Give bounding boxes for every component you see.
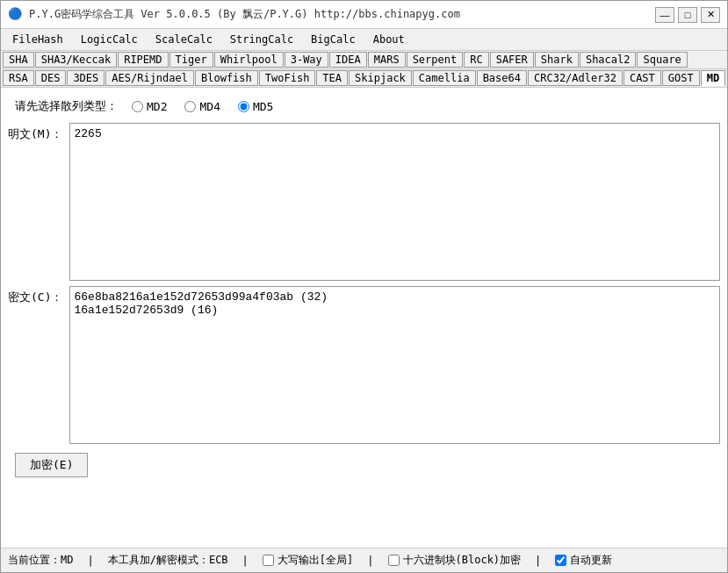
radio-md2[interactable]: MD2 xyxy=(132,100,167,113)
tab-shacal2[interactable]: Shacal2 xyxy=(580,52,637,68)
hash-type-label: 请先选择散列类型： xyxy=(15,98,118,114)
menu-filehash[interactable]: FileHash xyxy=(4,31,71,48)
radio-md4[interactable]: MD4 xyxy=(184,100,220,113)
menu-bigcalc[interactable]: BigCalc xyxy=(303,31,364,48)
tab-rc[interactable]: RC xyxy=(464,52,488,68)
plaintext-input[interactable]: 2265 xyxy=(69,123,720,281)
autoupdate-label: 自动更新 xyxy=(570,553,612,568)
tab-shark[interactable]: Shark xyxy=(535,52,579,68)
button-row: 加密(E) xyxy=(8,449,720,481)
menu-bar: FileHash LogicCalc ScaleCalc StringCalc … xyxy=(1,29,727,51)
menu-stringcalc[interactable]: StringCalc xyxy=(222,31,301,48)
autoupdate-checkbox-label[interactable]: 自动更新 xyxy=(555,553,612,568)
radio-md2-input[interactable] xyxy=(132,101,143,112)
app-icon: 🔵 xyxy=(8,7,24,23)
minimize-button[interactable]: — xyxy=(655,7,674,23)
tab-blowfish[interactable]: Blowfish xyxy=(195,70,258,86)
uppercase-checkbox[interactable] xyxy=(263,555,274,566)
encrypt-button[interactable]: 加密(E) xyxy=(15,453,88,477)
radio-md5[interactable]: MD5 xyxy=(238,100,273,113)
tab-sha3[interactable]: SHA3/Keccak xyxy=(35,52,117,68)
menu-scalecalc[interactable]: ScaleCalc xyxy=(148,31,220,48)
plaintext-label: 明文(M)： xyxy=(8,123,62,142)
status-sep2: | xyxy=(242,555,249,567)
tab-base64[interactable]: Base64 xyxy=(477,70,527,86)
title-bar-controls: — □ ✕ xyxy=(655,7,720,23)
tab-ripemd[interactable]: RIPEMD xyxy=(118,52,168,68)
hexblock-checkbox-label[interactable]: 十六进制块(Block)加密 xyxy=(388,553,522,568)
tab-sha[interactable]: SHA xyxy=(3,52,34,68)
tab-md[interactable]: MD xyxy=(701,70,725,86)
status-sep3: | xyxy=(367,555,373,567)
tab-3des[interactable]: 3DES xyxy=(67,70,105,86)
tab-whirlpool[interactable]: Whirlpool xyxy=(214,52,284,68)
status-sep1: | xyxy=(87,555,93,567)
tab-des[interactable]: DES xyxy=(35,70,67,86)
tab-rsa[interactable]: RSA xyxy=(3,70,34,86)
ciphertext-row: 密文(C)： 66e8ba8216a1e152d72653d99a4f03ab … xyxy=(8,286,720,444)
maximize-button[interactable]: □ xyxy=(678,7,697,23)
autoupdate-checkbox[interactable] xyxy=(555,555,566,566)
close-button[interactable]: ✕ xyxy=(701,7,720,23)
tab-cast[interactable]: CAST xyxy=(623,70,661,86)
tab-row-2: RSA DES 3DES AES/Rijndael Blowfish TwoFi… xyxy=(1,69,727,88)
hexblock-label: 十六进制块(Block)加密 xyxy=(403,553,522,568)
ciphertext-label: 密文(C)： xyxy=(8,286,62,305)
title-bar: 🔵 P.Y.G密码学综合工具 Ver 5.0.0.5 (By 飘云/P.Y.G)… xyxy=(1,1,727,29)
tab-crc32[interactable]: CRC32/Adler32 xyxy=(528,70,623,86)
hash-type-row: 请先选择散列类型： MD2 MD4 MD5 xyxy=(8,95,720,118)
radio-md4-input[interactable] xyxy=(184,101,196,112)
radio-md5-input[interactable] xyxy=(238,101,249,112)
hash-radio-group: MD2 MD4 MD5 xyxy=(132,100,273,113)
status-mode: 本工具加/解密模式：ECB xyxy=(108,553,228,568)
status-sep4: | xyxy=(535,555,541,567)
tab-3way[interactable]: 3-Way xyxy=(285,52,328,68)
tab-tiger[interactable]: Tiger xyxy=(169,52,213,68)
content-area: 请先选择散列类型： MD2 MD4 MD5 明文(M)： 2265 密文(C)：… xyxy=(1,88,727,548)
window-title: P.Y.G密码学综合工具 Ver 5.0.0.5 (By 飘云/P.Y.G) h… xyxy=(29,7,460,22)
hexblock-checkbox[interactable] xyxy=(388,555,400,566)
tab-aes[interactable]: AES/Rijndael xyxy=(105,70,194,86)
tab-twofish[interactable]: TwoFish xyxy=(259,70,316,86)
tab-skipjack[interactable]: Skipjack xyxy=(349,70,412,86)
tab-serpent[interactable]: Serpent xyxy=(407,52,464,68)
tab-camellia[interactable]: Camellia xyxy=(413,70,476,86)
tab-safer[interactable]: SAFER xyxy=(490,52,534,68)
uppercase-label: 大写输出[全局] xyxy=(278,553,353,568)
status-position: 当前位置：MD xyxy=(8,553,73,568)
plaintext-row: 明文(M)： 2265 xyxy=(8,123,720,281)
status-bar: 当前位置：MD | 本工具加/解密模式：ECB | 大写输出[全局] | 十六进… xyxy=(1,548,727,572)
menu-logiccalc[interactable]: LogicCalc xyxy=(73,31,146,48)
tab-row-1: SHA SHA3/Keccak RIPEMD Tiger Whirlpool 3… xyxy=(1,51,727,69)
tab-idea[interactable]: IDEA xyxy=(329,52,367,68)
main-window: 🔵 P.Y.G密码学综合工具 Ver 5.0.0.5 (By 飘云/P.Y.G)… xyxy=(0,0,728,573)
tab-tea[interactable]: TEA xyxy=(316,70,348,86)
tab-square[interactable]: Square xyxy=(637,52,687,68)
ciphertext-output[interactable]: 66e8ba8216a1e152d72653d99a4f03ab (32) 16… xyxy=(69,286,720,444)
title-bar-left: 🔵 P.Y.G密码学综合工具 Ver 5.0.0.5 (By 飘云/P.Y.G)… xyxy=(8,7,460,23)
tab-mars[interactable]: MARS xyxy=(368,52,406,68)
tab-gost[interactable]: GOST xyxy=(662,70,700,86)
menu-about[interactable]: About xyxy=(365,31,413,48)
uppercase-checkbox-label[interactable]: 大写输出[全局] xyxy=(263,553,353,568)
